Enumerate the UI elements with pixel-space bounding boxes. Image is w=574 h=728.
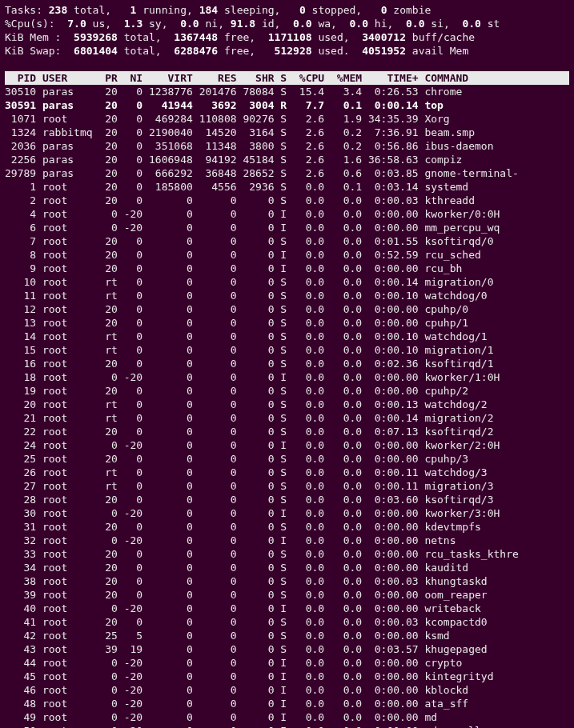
- process-row: 31 root 20 0 0 0 0 S 0.0 0.0 0:00.00 kde…: [5, 520, 569, 534]
- process-row: 30510 paras 20 0 1238776 201476 78084 S …: [5, 85, 569, 98]
- process-row: 1071 root 20 0 469284 110808 90276 S 2.6…: [5, 112, 569, 126]
- process-row: 30 root 0 -20 0 0 0 I 0.0 0.0 0:00.00 kw…: [5, 506, 569, 520]
- process-row: 20 root rt 0 0 0 0 S 0.0 0.0 0:00.13 wat…: [5, 398, 569, 411]
- blank-line: [5, 58, 569, 71]
- process-row: 12 root 20 0 0 0 0 S 0.0 0.0 0:00.00 cpu…: [5, 302, 569, 316]
- process-row: 29789 paras 20 0 666292 36848 28652 S 2.…: [5, 166, 569, 180]
- swap-line: KiB Swap: 6801404 total, 6288476 free, 5…: [5, 44, 569, 58]
- process-row: 24 root 0 -20 0 0 0 I 0.0 0.0 0:00.00 kw…: [5, 438, 569, 452]
- process-row: 43 root 39 19 0 0 0 S 0.0 0.0 0:03.57 kh…: [5, 642, 569, 656]
- process-row: 6 root 0 -20 0 0 0 I 0.0 0.0 0:00.00 mm_…: [5, 221, 569, 234]
- process-row: 1324 rabbitmq 20 0 2190040 14520 3164 S …: [5, 126, 569, 139]
- process-row: 21 root rt 0 0 0 0 S 0.0 0.0 0:00.14 mig…: [5, 411, 569, 425]
- process-row: 2 root 20 0 0 0 0 S 0.0 0.0 0:00.03 kthr…: [5, 194, 569, 207]
- process-row: 18 root 0 -20 0 0 0 I 0.0 0.0 0:00.00 kw…: [5, 370, 569, 384]
- mem-line: KiB Mem : 5939268 total, 1367448 free, 1…: [5, 30, 569, 44]
- process-row: 15 root rt 0 0 0 0 S 0.0 0.0 0:00.10 mig…: [5, 343, 569, 357]
- tasks-line: Tasks: 238 total, 1 running, 184 sleepin…: [5, 3, 569, 17]
- process-row: 10 root rt 0 0 0 0 S 0.0 0.0 0:00.14 mig…: [5, 275, 569, 289]
- process-row: 41 root 20 0 0 0 0 S 0.0 0.0 0:00.03 kco…: [5, 615, 569, 629]
- process-list: 30510 paras 20 0 1238776 201476 78084 S …: [5, 85, 569, 728]
- process-row: 28 root 20 0 0 0 0 S 0.0 0.0 0:03.60 kso…: [5, 493, 569, 506]
- process-row: 50 root 0 -20 0 0 0 I 0.0 0.0 0:00.00 ed…: [5, 724, 569, 728]
- process-row: 11 root rt 0 0 0 0 S 0.0 0.0 0:00.10 wat…: [5, 289, 569, 302]
- process-row: 42 root 25 5 0 0 0 S 0.0 0.0 0:00.00 ksm…: [5, 629, 569, 642]
- process-row: 2036 paras 20 0 351068 11348 3800 S 2.6 …: [5, 139, 569, 153]
- terminal[interactable]: Tasks: 238 total, 1 running, 184 sleepin…: [0, 0, 574, 728]
- process-row: 38 root 20 0 0 0 0 S 0.0 0.0 0:00.03 khu…: [5, 574, 569, 588]
- process-row: 48 root 0 -20 0 0 0 I 0.0 0.0 0:00.00 at…: [5, 697, 569, 710]
- process-row: 30591 paras 20 0 41944 3692 3004 R 7.7 0…: [5, 98, 569, 112]
- process-row: 40 root 0 -20 0 0 0 I 0.0 0.0 0:00.00 wr…: [5, 602, 569, 615]
- cpu-line: %Cpu(s): 7.0 us, 1.3 sy, 0.0 ni, 91.8 id…: [5, 17, 569, 30]
- process-row: 32 root 0 -20 0 0 0 I 0.0 0.0 0:00.00 ne…: [5, 534, 569, 547]
- process-row: 2256 paras 20 0 1606948 94192 45184 S 2.…: [5, 153, 569, 166]
- process-row: 45 root 0 -20 0 0 0 I 0.0 0.0 0:00.00 ki…: [5, 670, 569, 683]
- process-row: 26 root rt 0 0 0 0 S 0.0 0.0 0:00.11 wat…: [5, 466, 569, 479]
- process-row: 1 root 20 0 185800 4556 2936 S 0.0 0.1 0…: [5, 180, 569, 194]
- process-row: 46 root 0 -20 0 0 0 I 0.0 0.0 0:00.00 kb…: [5, 683, 569, 697]
- process-row: 34 root 20 0 0 0 0 S 0.0 0.0 0:00.00 kau…: [5, 561, 569, 574]
- process-row: 19 root 20 0 0 0 0 S 0.0 0.0 0:00.00 cpu…: [5, 384, 569, 398]
- process-row: 22 root 20 0 0 0 0 S 0.0 0.0 0:07.13 kso…: [5, 425, 569, 438]
- process-row: 9 root 20 0 0 0 0 I 0.0 0.0 0:00.00 rcu_…: [5, 262, 569, 275]
- process-row: 33 root 20 0 0 0 0 S 0.0 0.0 0:00.00 rcu…: [5, 547, 569, 561]
- process-row: 44 root 0 -20 0 0 0 I 0.0 0.0 0:00.00 cr…: [5, 656, 569, 670]
- process-row: 49 root 0 -20 0 0 0 I 0.0 0.0 0:00.00 md: [5, 710, 569, 724]
- process-row: 13 root 20 0 0 0 0 S 0.0 0.0 0:00.00 cpu…: [5, 316, 569, 330]
- process-row: 39 root 20 0 0 0 0 S 0.0 0.0 0:00.00 oom…: [5, 588, 569, 602]
- column-header: PID USER PR NI VIRT RES SHR S %CPU %MEM …: [5, 71, 569, 85]
- process-row: 4 root 0 -20 0 0 0 I 0.0 0.0 0:00.00 kwo…: [5, 207, 569, 221]
- process-row: 7 root 20 0 0 0 0 S 0.0 0.0 0:01.55 ksof…: [5, 234, 569, 248]
- process-row: 25 root 20 0 0 0 0 S 0.0 0.0 0:00.00 cpu…: [5, 452, 569, 466]
- process-row: 16 root 20 0 0 0 0 S 0.0 0.0 0:02.36 kso…: [5, 357, 569, 370]
- process-row: 8 root 20 0 0 0 0 I 0.0 0.0 0:52.59 rcu_…: [5, 248, 569, 262]
- process-row: 27 root rt 0 0 0 0 S 0.0 0.0 0:00.11 mig…: [5, 479, 569, 493]
- process-row: 14 root rt 0 0 0 0 S 0.0 0.0 0:00.10 wat…: [5, 330, 569, 343]
